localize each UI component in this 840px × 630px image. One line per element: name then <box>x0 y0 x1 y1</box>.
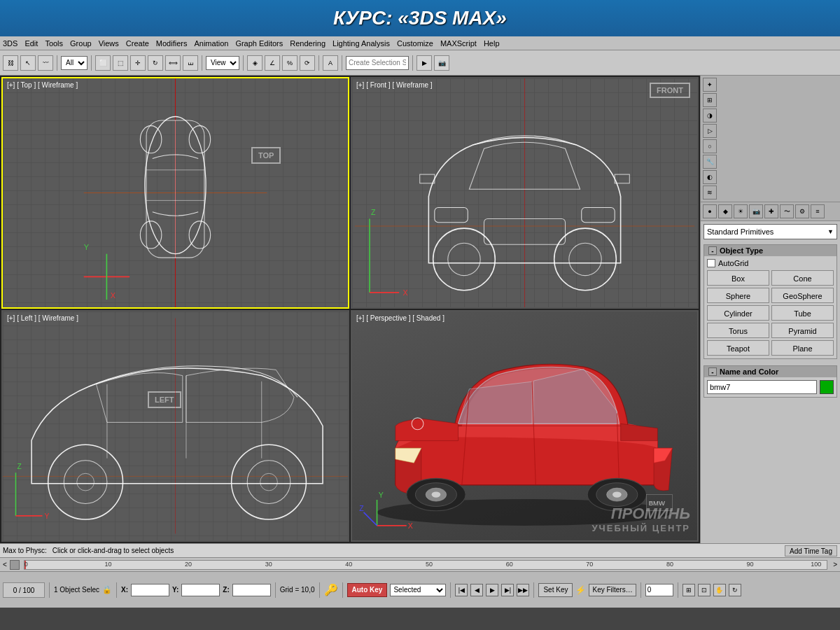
spacewarp-icon[interactable]: 〜 <box>780 204 794 218</box>
object-type-content: AutoGrid Box Cone Sphere GeoSphere Cylin… <box>704 256 836 358</box>
primitives-dropdown[interactable]: Standard Primitives ▼ <box>704 224 837 239</box>
next-frame-btn[interactable]: ▶| <box>501 584 514 596</box>
toolbar-select-object-icon[interactable]: ⬜ <box>95 55 111 71</box>
menu-group[interactable]: Group <box>70 39 92 48</box>
menu-maxscript[interactable]: MAXScript <box>440 39 477 48</box>
prev-frame-btn[interactable]: ◀ <box>470 584 483 596</box>
menu-edit[interactable]: Edit <box>24 39 38 48</box>
prev-timeline-btn[interactable]: < <box>3 561 7 568</box>
pyramid-button[interactable]: Pyramid <box>771 323 834 338</box>
menu-tools[interactable]: Tools <box>45 39 63 48</box>
selected-dropdown[interactable]: Selected All <box>390 584 446 596</box>
toolbar-playback-icon[interactable]: ▶ <box>416 55 432 71</box>
plane-button[interactable]: Plane <box>771 340 834 356</box>
add-time-tag-btn[interactable]: Add Time Tag <box>785 545 837 556</box>
key-filters-button[interactable]: Key Filters… <box>589 584 636 596</box>
toolbar-mirror-icon[interactable]: ⧢ <box>183 55 198 71</box>
menu-graph-editors[interactable]: Graph Editors <box>235 39 283 48</box>
create-selection-input[interactable] <box>346 56 409 70</box>
shape-icon[interactable]: ◆ <box>718 204 732 218</box>
name-color-label: Name and Color <box>720 368 778 376</box>
menu-animation[interactable]: Animation <box>194 39 228 48</box>
menu-lighting[interactable]: Lighting Analysis <box>332 39 390 48</box>
sphere-button[interactable]: Sphere <box>707 288 769 303</box>
tube-button[interactable]: Tube <box>771 305 834 321</box>
menu-views[interactable]: Views <box>99 39 119 48</box>
viewport-left[interactable]: [+] [ Left ] [ Wireframe ] LEFT <box>1 310 349 542</box>
x-input[interactable] <box>131 584 169 596</box>
timeline-slider[interactable] <box>10 560 20 570</box>
timeline-track[interactable]: 0 10 20 30 40 50 60 70 80 90 100 <box>24 560 827 570</box>
toolbar-select-icon[interactable]: ↖ <box>20 55 36 71</box>
viewport-perspective[interactable]: [+] [ Perspective ] [ Shaded ] <box>351 310 699 542</box>
teapot-button[interactable]: Teapot <box>707 340 769 356</box>
bc-sep3 <box>275 582 276 598</box>
helper-icon[interactable]: ✚ <box>764 204 778 218</box>
autogrid-checkbox[interactable] <box>707 259 715 267</box>
auto-key-button[interactable]: Auto Key <box>347 583 388 597</box>
pan-btn[interactable]: ✋ <box>713 584 726 596</box>
frame-input[interactable] <box>645 584 673 596</box>
torus-button[interactable]: Torus <box>707 323 769 338</box>
viewport-top[interactable]: [+] [ Top ] [ Wireframe ] TOP <box>1 77 349 309</box>
toolbar-region-select-icon[interactable]: ⬚ <box>113 55 128 71</box>
motion-tab-icon[interactable]: ▷ <box>703 124 717 138</box>
bc-sep6 <box>450 582 451 598</box>
system-icon[interactable]: ⚙ <box>795 204 809 218</box>
name-color-header: - Name and Color <box>704 366 836 377</box>
play-btn[interactable]: ▶ <box>486 584 498 596</box>
orbit-btn[interactable]: ↻ <box>729 584 741 596</box>
object-type-collapse-btn[interactable]: - <box>708 246 717 255</box>
go-end-btn[interactable]: ▶▶ <box>517 584 529 596</box>
toolbar-angle-icon[interactable]: ∠ <box>265 55 280 71</box>
light-tab-icon[interactable]: ≋ <box>703 186 717 200</box>
geometry-icon[interactable]: ● <box>703 204 717 218</box>
utilities-tab-icon[interactable]: 🔧 <box>703 155 717 169</box>
extra-icon[interactable]: ≡ <box>811 204 825 218</box>
menu-help[interactable]: Help <box>484 39 500 48</box>
geosphere-button[interactable]: GeoSphere <box>771 288 834 303</box>
menu-customize[interactable]: Customize <box>397 39 433 48</box>
viewport-front[interactable]: [+] [ Front ] [ Wireframe ] FRONT <box>351 77 699 309</box>
toolbar-freeform-icon[interactable]: 〰 <box>38 55 53 71</box>
color-swatch[interactable] <box>820 380 834 394</box>
zoom-extents-btn[interactable]: ⊞ <box>682 584 695 596</box>
menu-create[interactable]: Create <box>126 39 149 48</box>
svg-point-33 <box>64 461 107 504</box>
svg-point-35 <box>232 444 307 519</box>
modify-tab-icon[interactable]: ⊞ <box>703 93 717 107</box>
toolbar-percent-icon[interactable]: % <box>282 55 298 71</box>
set-key-button[interactable]: Set Key <box>538 583 573 597</box>
material-tab-icon[interactable]: ◐ <box>703 170 717 184</box>
bc-sep7 <box>533 582 534 598</box>
toolbar-scale-icon[interactable]: ⟺ <box>165 55 181 71</box>
hierarchy-tab-icon[interactable]: ◑ <box>703 108 717 122</box>
toolbar-snap-icon[interactable]: ◈ <box>247 55 262 71</box>
menu-3ds[interactable]: 3DS <box>3 39 18 48</box>
toolbar-camera-icon[interactable]: 📷 <box>434 55 449 71</box>
go-start-btn[interactable]: |◀ <box>455 584 468 596</box>
display-tab-icon[interactable]: ○ <box>703 139 717 153</box>
object-name-input[interactable] <box>707 380 817 394</box>
left-car-wireframe: Y Z <box>3 312 348 540</box>
camera-icon[interactable]: 📷 <box>749 204 763 218</box>
filter-select[interactable]: All <box>61 56 88 70</box>
next-timeline-btn[interactable]: > <box>833 561 837 568</box>
light-icon[interactable]: ☀ <box>734 204 748 218</box>
toolbar-move-icon[interactable]: ✛ <box>130 55 146 71</box>
menu-rendering[interactable]: Rendering <box>290 39 326 48</box>
toolbar-rotate-icon[interactable]: ↻ <box>148 55 163 71</box>
cone-button[interactable]: Cone <box>771 270 834 286</box>
toolbar-text-icon[interactable]: A <box>323 55 338 71</box>
toolbar-spinner-icon[interactable]: ⟳ <box>300 55 315 71</box>
cylinder-button[interactable]: Cylinder <box>707 305 769 321</box>
y-input[interactable] <box>181 584 220 596</box>
box-button[interactable]: Box <box>707 270 769 286</box>
menu-modifiers[interactable]: Modifiers <box>156 39 188 48</box>
name-color-collapse-btn[interactable]: - <box>708 368 717 376</box>
view-select[interactable]: View <box>206 56 239 70</box>
create-tab-icon[interactable]: ✦ <box>703 78 717 92</box>
zoom-region-btn[interactable]: ⊡ <box>698 584 710 596</box>
z-input[interactable] <box>232 584 271 596</box>
toolbar-link-icon[interactable]: ⛓ <box>3 55 18 71</box>
